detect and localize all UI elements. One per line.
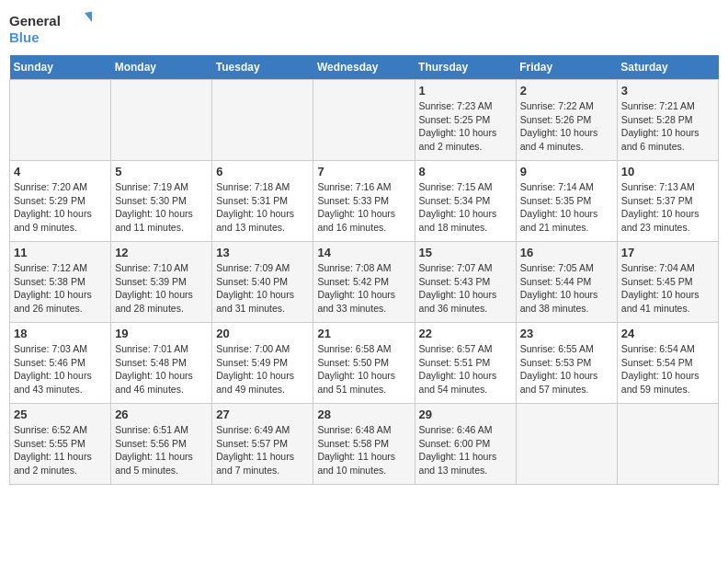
calendar-cell: 26Sunrise: 6:51 AM Sunset: 5:56 PM Dayli… <box>111 404 212 485</box>
day-info: Sunrise: 7:09 AM Sunset: 5:40 PM Dayligh… <box>216 261 309 316</box>
calendar-week-row: 4Sunrise: 7:20 AM Sunset: 5:29 PM Daylig… <box>10 161 719 242</box>
day-number: 26 <box>115 408 208 421</box>
day-number: 23 <box>520 327 613 340</box>
weekday-header: Wednesday <box>313 55 415 80</box>
day-number: 28 <box>317 408 410 421</box>
calendar-cell <box>212 80 313 161</box>
day-info: Sunrise: 7:01 AM Sunset: 5:48 PM Dayligh… <box>115 342 208 396</box>
calendar-cell: 5Sunrise: 7:19 AM Sunset: 5:30 PM Daylig… <box>111 161 212 242</box>
day-info: Sunrise: 7:15 AM Sunset: 5:34 PM Dayligh… <box>419 180 512 235</box>
calendar-cell <box>10 80 111 161</box>
calendar-cell: 17Sunrise: 7:04 AM Sunset: 5:45 PM Dayli… <box>617 242 718 323</box>
day-info: Sunrise: 6:55 AM Sunset: 5:53 PM Dayligh… <box>520 342 613 396</box>
calendar-cell: 28Sunrise: 6:48 AM Sunset: 5:58 PM Dayli… <box>313 404 415 485</box>
calendar-cell: 9Sunrise: 7:14 AM Sunset: 5:35 PM Daylig… <box>516 161 617 242</box>
day-info: Sunrise: 7:22 AM Sunset: 5:26 PM Dayligh… <box>520 99 613 154</box>
day-number: 12 <box>115 246 208 259</box>
calendar-cell: 3Sunrise: 7:21 AM Sunset: 5:28 PM Daylig… <box>617 80 718 161</box>
calendar-cell: 11Sunrise: 7:12 AM Sunset: 5:38 PM Dayli… <box>10 242 111 323</box>
day-info: Sunrise: 7:16 AM Sunset: 5:33 PM Dayligh… <box>317 180 410 235</box>
svg-marker-2 <box>85 11 92 22</box>
calendar-cell: 4Sunrise: 7:20 AM Sunset: 5:29 PM Daylig… <box>10 161 111 242</box>
calendar-cell: 18Sunrise: 7:03 AM Sunset: 5:46 PM Dayli… <box>10 323 111 404</box>
calendar-cell: 22Sunrise: 6:57 AM Sunset: 5:51 PM Dayli… <box>415 323 516 404</box>
day-info: Sunrise: 6:46 AM Sunset: 6:00 PM Dayligh… <box>419 423 512 477</box>
calendar-cell: 27Sunrise: 6:49 AM Sunset: 5:57 PM Dayli… <box>212 404 313 485</box>
calendar-cell: 10Sunrise: 7:13 AM Sunset: 5:37 PM Dayli… <box>617 161 718 242</box>
day-info: Sunrise: 7:13 AM Sunset: 5:37 PM Dayligh… <box>621 180 714 235</box>
day-number: 18 <box>14 327 107 340</box>
logo-svg: General Blue <box>9 9 92 48</box>
day-info: Sunrise: 7:14 AM Sunset: 5:35 PM Dayligh… <box>520 180 613 235</box>
day-info: Sunrise: 7:00 AM Sunset: 5:49 PM Dayligh… <box>216 342 309 396</box>
day-number: 17 <box>621 246 714 259</box>
day-info: Sunrise: 7:03 AM Sunset: 5:46 PM Dayligh… <box>14 342 107 396</box>
day-number: 5 <box>115 165 208 178</box>
calendar-cell <box>617 404 718 485</box>
day-number: 9 <box>520 165 613 178</box>
day-number: 29 <box>419 408 512 421</box>
day-info: Sunrise: 7:07 AM Sunset: 5:43 PM Dayligh… <box>419 261 512 316</box>
day-info: Sunrise: 6:52 AM Sunset: 5:55 PM Dayligh… <box>14 423 107 477</box>
calendar-cell: 20Sunrise: 7:00 AM Sunset: 5:49 PM Dayli… <box>212 323 313 404</box>
day-number: 8 <box>419 165 512 178</box>
day-info: Sunrise: 7:19 AM Sunset: 5:30 PM Dayligh… <box>115 180 208 235</box>
calendar-cell: 2Sunrise: 7:22 AM Sunset: 5:26 PM Daylig… <box>516 80 617 161</box>
calendar-cell: 24Sunrise: 6:54 AM Sunset: 5:54 PM Dayli… <box>617 323 718 404</box>
day-info: Sunrise: 6:54 AM Sunset: 5:54 PM Dayligh… <box>621 342 714 396</box>
day-info: Sunrise: 7:20 AM Sunset: 5:29 PM Dayligh… <box>14 180 107 235</box>
day-number: 1 <box>419 84 512 98</box>
weekday-header: Monday <box>111 55 212 80</box>
calendar-week-row: 11Sunrise: 7:12 AM Sunset: 5:38 PM Dayli… <box>10 242 719 323</box>
svg-text:Blue: Blue <box>9 29 40 45</box>
day-number: 25 <box>14 408 107 421</box>
logo: General Blue <box>9 9 92 48</box>
weekday-header: Saturday <box>617 55 718 80</box>
day-info: Sunrise: 7:21 AM Sunset: 5:28 PM Dayligh… <box>621 99 714 154</box>
calendar-cell: 21Sunrise: 6:58 AM Sunset: 5:50 PM Dayli… <box>313 323 415 404</box>
day-number: 21 <box>317 327 410 340</box>
calendar-cell: 1Sunrise: 7:23 AM Sunset: 5:25 PM Daylig… <box>415 80 516 161</box>
day-info: Sunrise: 6:58 AM Sunset: 5:50 PM Dayligh… <box>317 342 410 396</box>
day-info: Sunrise: 7:04 AM Sunset: 5:45 PM Dayligh… <box>621 261 714 316</box>
day-number: 6 <box>216 165 309 178</box>
calendar-cell: 7Sunrise: 7:16 AM Sunset: 5:33 PM Daylig… <box>313 161 415 242</box>
calendar-table: SundayMondayTuesdayWednesdayThursdayFrid… <box>9 55 719 485</box>
weekday-header-row: SundayMondayTuesdayWednesdayThursdayFrid… <box>10 55 719 80</box>
calendar-cell <box>313 80 415 161</box>
calendar-cell: 12Sunrise: 7:10 AM Sunset: 5:39 PM Dayli… <box>111 242 212 323</box>
calendar-cell: 23Sunrise: 6:55 AM Sunset: 5:53 PM Dayli… <box>516 323 617 404</box>
day-number: 2 <box>520 84 613 98</box>
calendar-cell: 25Sunrise: 6:52 AM Sunset: 5:55 PM Dayli… <box>10 404 111 485</box>
day-number: 4 <box>14 165 107 178</box>
calendar-cell: 6Sunrise: 7:18 AM Sunset: 5:31 PM Daylig… <box>212 161 313 242</box>
weekday-header: Tuesday <box>212 55 313 80</box>
day-info: Sunrise: 6:51 AM Sunset: 5:56 PM Dayligh… <box>115 423 208 477</box>
header: General Blue <box>9 9 719 48</box>
weekday-header: Sunday <box>10 55 111 80</box>
calendar-cell: 14Sunrise: 7:08 AM Sunset: 5:42 PM Dayli… <box>313 242 415 323</box>
calendar-cell: 16Sunrise: 7:05 AM Sunset: 5:44 PM Dayli… <box>516 242 617 323</box>
day-number: 20 <box>216 327 309 340</box>
day-number: 10 <box>621 165 714 178</box>
day-info: Sunrise: 7:12 AM Sunset: 5:38 PM Dayligh… <box>14 261 107 316</box>
day-info: Sunrise: 6:57 AM Sunset: 5:51 PM Dayligh… <box>419 342 512 396</box>
day-info: Sunrise: 7:23 AM Sunset: 5:25 PM Dayligh… <box>419 99 512 154</box>
calendar-week-row: 1Sunrise: 7:23 AM Sunset: 5:25 PM Daylig… <box>10 80 719 161</box>
day-info: Sunrise: 6:49 AM Sunset: 5:57 PM Dayligh… <box>216 423 309 477</box>
day-number: 7 <box>317 165 410 178</box>
day-number: 3 <box>621 84 714 98</box>
day-number: 11 <box>14 246 107 259</box>
calendar-cell: 19Sunrise: 7:01 AM Sunset: 5:48 PM Dayli… <box>111 323 212 404</box>
day-info: Sunrise: 6:48 AM Sunset: 5:58 PM Dayligh… <box>317 423 410 477</box>
day-number: 13 <box>216 246 309 259</box>
calendar-cell: 8Sunrise: 7:15 AM Sunset: 5:34 PM Daylig… <box>415 161 516 242</box>
weekday-header: Thursday <box>415 55 516 80</box>
day-number: 16 <box>520 246 613 259</box>
weekday-header: Friday <box>516 55 617 80</box>
day-info: Sunrise: 7:10 AM Sunset: 5:39 PM Dayligh… <box>115 261 208 316</box>
svg-text:General: General <box>9 13 61 29</box>
day-number: 24 <box>621 327 714 340</box>
calendar-cell: 13Sunrise: 7:09 AM Sunset: 5:40 PM Dayli… <box>212 242 313 323</box>
day-info: Sunrise: 7:05 AM Sunset: 5:44 PM Dayligh… <box>520 261 613 316</box>
